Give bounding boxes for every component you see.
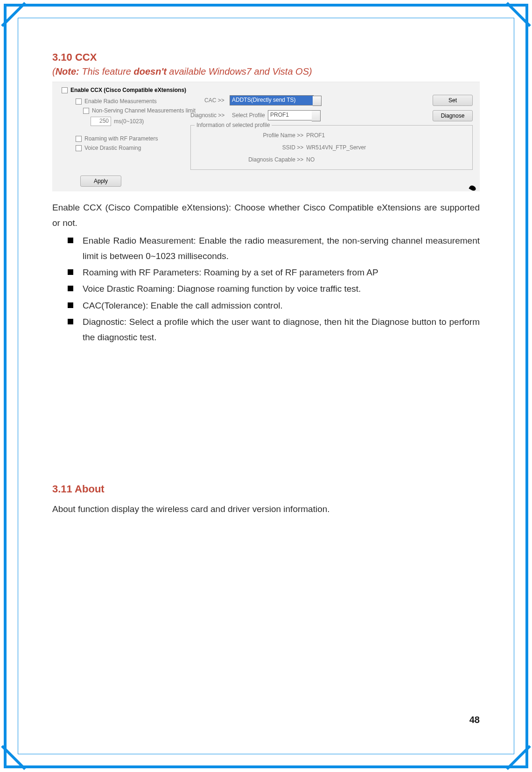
note-mid: This feature [79, 66, 134, 77]
cac-dropdown-value: ADDTS(Directly send TS) [232, 97, 295, 103]
diag-capable-label: Diagnosis Capable >> [229, 156, 303, 163]
cac-label: CAC >> [204, 97, 224, 104]
ms-limit-unit: ms(0~1023) [114, 118, 144, 125]
roaming-rf-label: Roaming with RF Parameters [84, 135, 158, 142]
fieldset-legend: Information of selected profile [195, 122, 272, 128]
enable-ccx-checkbox[interactable]: Enable CCX (Cisco Compatible eXtensions) [62, 87, 186, 93]
list-item: Diagnostic: Select a profile which the u… [83, 314, 480, 345]
checkbox-icon [76, 98, 82, 105]
list-item: Enable Radio Measurement: Enable the rad… [83, 233, 480, 264]
apply-button[interactable]: Apply [80, 175, 121, 187]
note-line: (Note: This feature doesn't available Wi… [52, 66, 480, 77]
chevron-down-icon [315, 99, 319, 102]
profile-dropdown-value: PROF1 [270, 112, 289, 118]
chevron-down-icon [314, 114, 318, 117]
checkbox-icon [83, 108, 89, 114]
body-text-block: Enable CCX (Cisco Compatible eXtensions)… [52, 200, 480, 517]
select-profile-label: Select Profile [232, 112, 265, 119]
note-bold-doesnt: doesn't [134, 66, 167, 77]
ms-limit-input[interactable]: 250 [91, 117, 111, 126]
page-number: 48 [469, 715, 480, 725]
about-paragraph: About function display the wireless card… [52, 501, 480, 517]
ms-limit-row: 250 ms(0~1023) [91, 117, 144, 126]
checkbox-icon [62, 87, 68, 93]
note-paren-open: ( [52, 66, 56, 77]
diagnose-button[interactable]: Diagnose [433, 110, 473, 121]
profile-dropdown[interactable]: PROF1 [268, 110, 313, 120]
panel-right-side: CAC >> ADDTS(Directly send TS) Set Diagn… [188, 82, 480, 191]
non-serving-label: Non-Serving Channel Measurements limit [92, 107, 196, 114]
roaming-rf-checkbox[interactable]: Roaming with RF Parameters [76, 135, 158, 142]
checkbox-icon [76, 145, 82, 151]
list-item: CAC(Tolerance): Enable the call admissio… [83, 298, 480, 313]
note-suffix: available Windows7 and Vista OS) [167, 66, 312, 77]
diag-capable-value: NO [306, 156, 315, 163]
selected-profile-fieldset: Information of selected profile Profile … [190, 125, 473, 170]
voice-drastic-checkbox[interactable]: Voice Drastic Roaming [76, 145, 141, 151]
list-item: Voice Drastic Roaming: Diagnose roaming … [83, 281, 480, 296]
section-heading-about: 3.11 About [52, 480, 480, 498]
bullet-list: Enable Radio Measurement: Enable the rad… [52, 233, 480, 345]
section-heading-ccx: 3.10 CCX [52, 51, 480, 63]
profile-name-value: PROF1 [306, 132, 325, 139]
intro-paragraph: Enable CCX (Cisco Compatible eXtensions)… [52, 200, 480, 231]
non-serving-checkbox[interactable]: Non-Serving Channel Measurements limit [83, 107, 196, 114]
enable-radio-label: Enable Radio Measurements [84, 98, 157, 105]
checkbox-icon [76, 136, 82, 142]
set-button[interactable]: Set [433, 95, 473, 106]
list-item: Roaming with RF Parameters: Roaming by a… [83, 265, 480, 280]
ccx-dialog-screenshot: Enable CCX (Cisco Compatible eXtensions)… [52, 82, 480, 191]
ssid-label: SSID >> [229, 144, 303, 151]
ssid-value: WR514VN_FTP_Server [306, 144, 366, 151]
profile-name-label: Profile Name >> [229, 132, 303, 139]
voice-drastic-label: Voice Drastic Roaming [84, 145, 141, 151]
enable-radio-checkbox[interactable]: Enable Radio Measurements [76, 98, 157, 105]
cac-dropdown[interactable]: ADDTS(Directly send TS) [230, 95, 314, 105]
diagnostic-label: Diagnostic >> [190, 112, 224, 119]
enable-ccx-label: Enable CCX (Cisco Compatible eXtensions) [70, 87, 186, 93]
note-bold-note: Note: [56, 66, 79, 77]
